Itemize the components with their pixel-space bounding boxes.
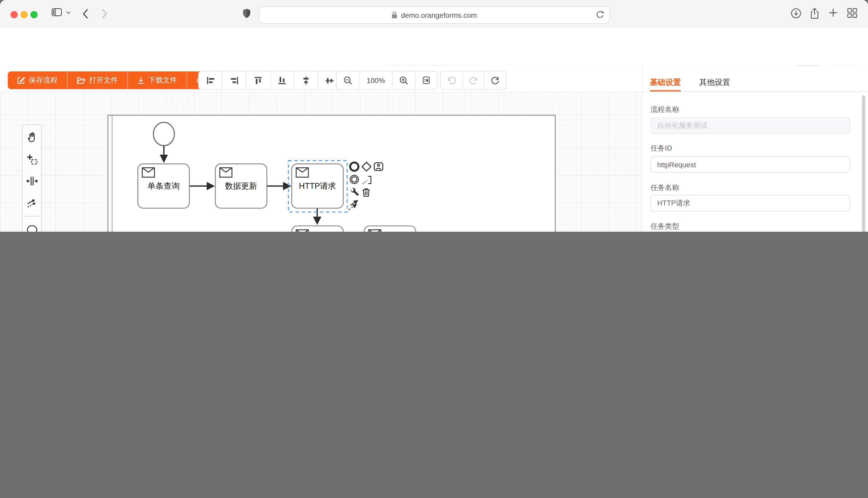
- address-bar[interactable]: demo.orangeforms.com: [258, 6, 610, 24]
- tab-overview-icon[interactable]: [847, 8, 857, 18]
- save-process-button[interactable]: 保存流程: [8, 71, 68, 89]
- panel-scrollbar[interactable]: [862, 95, 865, 232]
- zoom-level-text: 100%: [366, 76, 385, 84]
- designer-toolbar: 保存流程 打开文件 下载文件 预览: [0, 66, 642, 93]
- sidebar-icon[interactable]: [52, 8, 62, 17]
- task-id-value: httpRequest: [657, 160, 696, 169]
- reset-icon[interactable]: [484, 71, 506, 89]
- space-tool-icon[interactable]: [25, 174, 39, 188]
- reload-icon[interactable]: [596, 10, 604, 19]
- zoom-level: 100%: [360, 71, 393, 89]
- zoom-out-icon[interactable]: [337, 71, 360, 89]
- start-event[interactable]: [153, 122, 174, 146]
- download-file-button[interactable]: 下载文件: [128, 71, 187, 89]
- task-n3-label: HTTP请求: [299, 182, 336, 191]
- open-file-label: 打开文件: [89, 75, 118, 85]
- zoom-reset-icon[interactable]: [415, 71, 437, 89]
- align-bottom-icon[interactable]: [270, 71, 294, 89]
- history-group: [440, 71, 507, 90]
- save-process-label: 保存流程: [29, 75, 58, 85]
- chevron-down-icon[interactable]: [66, 11, 71, 14]
- task-n2-label: 数据更新: [225, 182, 257, 191]
- downloads-icon[interactable]: [790, 8, 802, 19]
- redo-icon[interactable]: [463, 71, 484, 89]
- task-n1-label: 单条查询: [147, 182, 179, 191]
- palette-separator: [25, 216, 39, 217]
- process-name-input[interactable]: 自动化服务测试: [651, 117, 850, 134]
- download-file-label: 下载文件: [148, 75, 177, 85]
- tab-other-settings[interactable]: 其他设置: [699, 78, 730, 88]
- align-top-icon[interactable]: [246, 71, 271, 89]
- tab-basic-settings[interactable]: 基础设置: [650, 78, 681, 88]
- task-name-input[interactable]: HTTP请求: [651, 195, 850, 211]
- new-tab-icon[interactable]: [828, 8, 838, 18]
- align-left-icon[interactable]: [199, 71, 223, 89]
- app-header: 橙单流程设计 基础信息 流程设计 切换 保存 返回: [0, 28, 868, 66]
- task-n4[interactable]: 数据更新: [292, 226, 343, 232]
- properties-panel: 基础设置 其他设置 流程名称 自动化服务测试 任务ID httpRequest …: [642, 66, 868, 232]
- bpmn-diagram: 单条查询 数据更新 HTTP请求 数据更新: [0, 92, 642, 232]
- minimize-window-button[interactable]: [21, 11, 28, 18]
- task-n2[interactable]: 数据更新: [215, 164, 267, 208]
- browser-chrome: demo.orangeforms.com: [0, 0, 868, 29]
- align-group: [198, 71, 342, 90]
- task-n1[interactable]: 单条查询: [138, 164, 189, 208]
- lasso-tool-icon[interactable]: [25, 152, 39, 167]
- zoom-group: 100%: [336, 71, 437, 90]
- forward-icon[interactable]: [101, 9, 107, 19]
- undo-icon[interactable]: [441, 71, 463, 89]
- zoom-in-icon[interactable]: [393, 71, 416, 89]
- bpmn-canvas[interactable]: 单条查询 数据更新 HTTP请求 数据更新: [0, 92, 642, 232]
- process-name-value: 自动化服务测试: [657, 121, 707, 131]
- panel-divider: [642, 91, 868, 92]
- task-name-label: 任务名称: [651, 183, 679, 193]
- bpmn-palette: [22, 124, 41, 232]
- task-id-label: 任务ID: [651, 143, 672, 153]
- create-start-event-icon[interactable]: [25, 222, 39, 232]
- browser-window: demo.orangeforms.com 橙单流程设计 基础信息: [0, 0, 868, 232]
- open-file-button[interactable]: 打开文件: [68, 71, 128, 89]
- align-center-vertical-icon[interactable]: [294, 71, 318, 89]
- task-type-label: 任务类型: [651, 221, 679, 232]
- task-n5[interactable]: 聚合统计: [364, 226, 416, 232]
- zoom-window-button[interactable]: [30, 11, 38, 18]
- close-window-button[interactable]: [11, 11, 18, 18]
- global-connect-tool-icon[interactable]: [25, 196, 39, 210]
- url-text: demo.orangeforms.com: [401, 11, 477, 19]
- task-name-value: HTTP请求: [657, 198, 691, 208]
- hand-tool-icon[interactable]: [25, 130, 39, 145]
- process-name-label: 流程名称: [651, 105, 679, 115]
- align-right-icon[interactable]: [223, 71, 246, 89]
- lock-icon: [391, 11, 398, 19]
- shield-icon[interactable]: [242, 8, 251, 19]
- share-icon[interactable]: [809, 8, 820, 19]
- task-n3-selected[interactable]: HTTP请求: [289, 161, 347, 212]
- back-icon[interactable]: [82, 9, 89, 19]
- task-id-input[interactable]: httpRequest: [651, 156, 850, 173]
